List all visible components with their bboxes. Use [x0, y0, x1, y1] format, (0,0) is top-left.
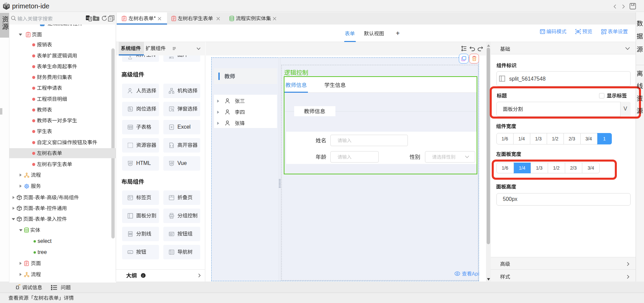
svg-text:Tab: Tab	[128, 198, 131, 199]
svg-text:BTN: BTN	[128, 252, 131, 253]
svg-text:in: in	[87, 16, 89, 19]
svg-text:BTN: BTN	[170, 234, 172, 235]
svg-text:i: i	[143, 274, 144, 277]
